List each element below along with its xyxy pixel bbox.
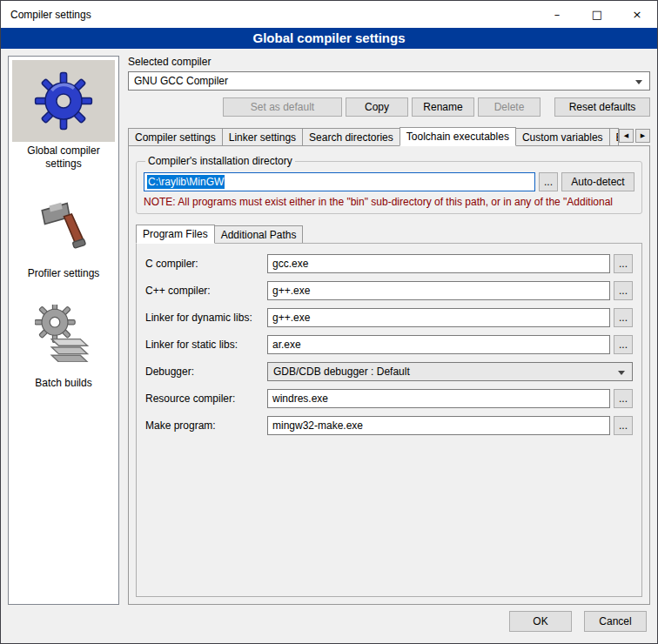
installation-directory-title: Compiler's installation directory (145, 155, 295, 167)
make-program-browse-button[interactable]: ... (614, 416, 633, 435)
selected-compiler-label: Selected compiler (128, 56, 650, 68)
debugger-label: Debugger: (145, 366, 267, 378)
make-program-input[interactable]: mingw32-make.exe (267, 416, 610, 435)
global-compiler-icon-box (12, 60, 115, 142)
cancel-button[interactable]: Cancel (584, 611, 647, 632)
tab-linker-settings[interactable]: Linker settings (222, 128, 303, 145)
cpp-compiler-input[interactable]: g++.exe (267, 281, 610, 300)
installation-directory-groupbox: Compiler's installation directory C:\ray… (136, 155, 642, 214)
field-row-cpp-compiler: C++ compiler: g++.exe ... (145, 281, 633, 300)
c-compiler-input[interactable]: gcc.exe (267, 254, 610, 273)
titlebar[interactable]: Compiler settings – □ × (1, 1, 657, 28)
compiler-settings-window: Compiler settings – □ × Global compiler … (0, 0, 658, 644)
field-row-static-linker: Linker for static libs: ar.exe ... (145, 335, 633, 354)
tab-program-files[interactable]: Program Files (136, 225, 215, 244)
window-controls: – □ × (537, 1, 657, 28)
tab-toolchain-executables[interactable]: Toolchain executables (400, 127, 516, 146)
tab-scroll-left-icon[interactable]: ◀ (619, 129, 634, 143)
installation-directory-value: C:\raylib\MinGW (147, 175, 225, 189)
cpp-compiler-label: C++ compiler: (145, 285, 267, 297)
selected-compiler-value: GNU GCC Compiler (134, 75, 228, 87)
chevron-down-icon (635, 80, 642, 84)
resource-compiler-label: Resource compiler: (145, 392, 267, 405)
resource-compiler-browse-button[interactable]: ... (614, 389, 633, 408)
installation-directory-note: NOTE: All programs must exist either in … (144, 196, 634, 208)
profiler-icon-box (12, 183, 115, 265)
set-as-default-button[interactable]: Set as default (223, 97, 342, 117)
static-linker-browse-button[interactable]: ... (614, 335, 633, 354)
ok-button[interactable]: OK (509, 611, 572, 632)
tab-scroll-right-icon[interactable]: ▶ (635, 129, 650, 143)
tab-search-directories[interactable]: Search directories (302, 128, 400, 145)
window-title: Compiler settings (1, 9, 537, 21)
program-files-panel: C compiler: gcc.exe ... C++ compiler: g+… (136, 243, 642, 597)
settings-category-list: Global compiler settings Profiler settin… (8, 56, 119, 605)
installation-directory-row: C:\raylib\MinGW ... Auto-detect (144, 172, 634, 191)
auto-detect-button[interactable]: Auto-detect (561, 172, 634, 191)
static-linker-label: Linker for static libs: (145, 339, 267, 351)
tab-custom-variables[interactable]: Custom variables (515, 128, 610, 145)
debugger-value: GDB/CDB debugger : Default (273, 366, 410, 378)
tab-scrollers: ◀ ▶ (619, 129, 650, 145)
copy-button[interactable]: Copy (346, 97, 408, 117)
debugger-dropdown[interactable]: GDB/CDB debugger : Default (267, 362, 633, 381)
field-row-resource-compiler: Resource compiler: windres.exe ... (145, 389, 633, 408)
field-row-dynamic-linker: Linker for dynamic libs: g++.exe ... (145, 308, 633, 327)
dialog-footer: OK Cancel (1, 608, 657, 643)
dynamic-linker-browse-button[interactable]: ... (614, 308, 633, 327)
page-title: Global compiler settings (1, 28, 657, 49)
hammer-icon (35, 195, 92, 252)
reset-defaults-button[interactable]: Reset defaults (554, 97, 650, 117)
tab-build-options[interactable]: Build (609, 128, 619, 145)
selected-compiler-dropdown[interactable]: GNU GCC Compiler (128, 71, 650, 91)
main-panel: Selected compiler GNU GCC Compiler Set a… (128, 56, 650, 605)
close-button[interactable]: × (617, 1, 657, 28)
c-compiler-browse-button[interactable]: ... (614, 254, 633, 273)
field-row-c-compiler: C compiler: gcc.exe ... (145, 254, 633, 273)
installation-directory-input[interactable]: C:\raylib\MinGW (144, 172, 535, 191)
static-linker-input[interactable]: ar.exe (267, 335, 610, 354)
chevron-down-icon (618, 371, 625, 375)
dialog-body: Global compiler settings Profiler settin… (1, 49, 657, 608)
delete-button[interactable]: Delete (478, 97, 540, 117)
field-row-debugger: Debugger: GDB/CDB debugger : Default (145, 362, 633, 381)
tab-additional-paths[interactable]: Additional Paths (214, 225, 304, 243)
sidebar-item-batch-builds[interactable]: Batch builds (9, 292, 118, 397)
maximize-button[interactable]: □ (577, 1, 617, 28)
sidebar-item-label: Batch builds (31, 374, 95, 397)
compiler-action-buttons: Set as default Copy Rename Delete Reset … (128, 97, 650, 117)
minimize-button[interactable]: – (537, 1, 577, 28)
gear-blue-icon (32, 70, 95, 132)
sidebar-item-label: Global compiler settings (9, 142, 118, 178)
sidebar-item-label: Profiler settings (24, 265, 104, 287)
settings-tabstrip: Compiler settings Linker settings Search… (128, 127, 650, 145)
dynamic-linker-label: Linker for dynamic libs: (145, 312, 267, 324)
installation-directory-browse-button[interactable]: ... (539, 172, 558, 191)
tab-compiler-settings[interactable]: Compiler settings (128, 128, 223, 145)
field-row-make-program: Make program: mingw32-make.exe ... (145, 416, 633, 435)
dynamic-linker-input[interactable]: g++.exe (267, 308, 610, 327)
toolchain-executables-panel: Compiler's installation directory C:\ray… (128, 145, 650, 605)
rename-button[interactable]: Rename (412, 97, 474, 117)
batch-builds-icon-box (12, 292, 115, 374)
program-tabstrip: Program Files Additional Paths (136, 225, 642, 243)
gear-gray-stack-icon (35, 305, 92, 362)
make-program-label: Make program: (145, 419, 267, 432)
sidebar-item-profiler-settings[interactable]: Profiler settings (9, 183, 118, 287)
sidebar-item-global-compiler-settings[interactable]: Global compiler settings (9, 60, 118, 178)
resource-compiler-input[interactable]: windres.exe (267, 389, 610, 408)
c-compiler-label: C compiler: (145, 258, 267, 270)
cpp-compiler-browse-button[interactable]: ... (614, 281, 633, 300)
